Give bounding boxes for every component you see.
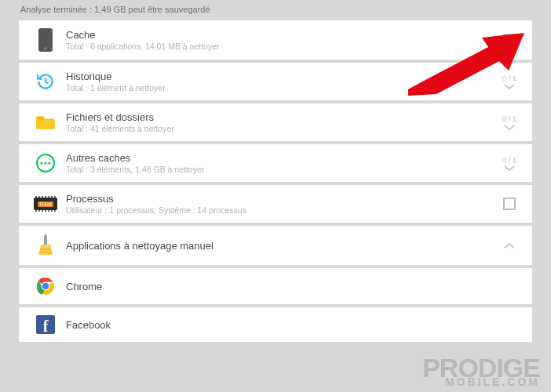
svg-rect-0	[36, 120, 55, 129]
chevron-up-icon[interactable]	[504, 242, 515, 249]
svg-point-3	[44, 162, 46, 164]
dots-icon	[30, 153, 61, 173]
history-icon	[30, 71, 61, 92]
svg-point-4	[48, 162, 50, 164]
row-title: Facebook	[66, 319, 521, 331]
status-text: Analyse terminée : 1,49 GB peut être sau…	[20, 5, 210, 14]
row-title: Autres caches	[66, 152, 498, 164]
watermark-line1: PRODIGE	[422, 357, 540, 379]
checkbox-processes[interactable]	[503, 198, 516, 210]
row-title: Cache	[66, 29, 498, 41]
ram-icon: RAM	[30, 198, 61, 210]
cleanup-list: Cache Total : 6 applications, 14,01 MB à…	[0, 20, 551, 342]
chrome-icon	[30, 276, 61, 296]
row-subtitle: Total : 1 élément à nettoyer	[66, 83, 498, 93]
row-other-caches[interactable]: Autres caches Total : 3 éléments, 1,48 G…	[19, 144, 532, 182]
folder-icon	[30, 114, 61, 130]
row-title: Historique	[66, 71, 498, 82]
status-bar: Analyse terminée : 1,49 GB peut être sau…	[0, 0, 551, 20]
row-title: Chrome	[66, 281, 521, 292]
row-title: Applications à nettoyage manuel	[66, 240, 498, 252]
row-chrome[interactable]: Chrome	[19, 268, 532, 304]
row-subtitle: Total : 6 applications, 14,01 MB à netto…	[66, 42, 498, 51]
watermark: PRODIGE MOBILE.COM	[422, 357, 540, 387]
row-cache[interactable]: Cache Total : 6 applications, 14,01 MB à…	[19, 20, 532, 60]
svg-point-2	[40, 162, 42, 164]
chevron-down-icon[interactable]	[504, 84, 515, 90]
watermark-line2: MOBILE.COM	[422, 378, 540, 387]
row-history[interactable]: Historique Total : 1 élément à nettoyer …	[19, 63, 532, 100]
counter: 0 / 1	[502, 114, 517, 123]
counter: 0 / 1	[502, 155, 517, 164]
brush-icon	[30, 234, 61, 257]
row-subtitle: Total : 41 éléments à nettoyer	[66, 124, 498, 133]
row-processes[interactable]: RAM Processus Utilisateur : 1 processus,…	[19, 185, 532, 223]
row-title: Fichiers et dossiers	[66, 111, 498, 123]
checkbox-cache[interactable]	[503, 34, 516, 46]
row-manual-cleanup[interactable]: Applications à nettoyage manuel	[19, 226, 532, 265]
row-facebook[interactable]: f Facebook	[19, 307, 532, 342]
counter: 0 / 1	[502, 74, 517, 82]
facebook-icon: f	[30, 315, 61, 334]
phone-icon	[30, 28, 61, 52]
row-subtitle: Total : 3 éléments, 1,48 GB à nettoyer	[66, 165, 498, 174]
row-files[interactable]: Fichiers et dossiers Total : 41 éléments…	[19, 103, 532, 141]
chevron-down-icon[interactable]	[504, 125, 515, 131]
row-title: Processus	[66, 193, 498, 205]
chevron-down-icon[interactable]	[504, 165, 515, 172]
row-subtitle: Utilisateur : 1 processus, Système : 14 …	[66, 205, 498, 215]
